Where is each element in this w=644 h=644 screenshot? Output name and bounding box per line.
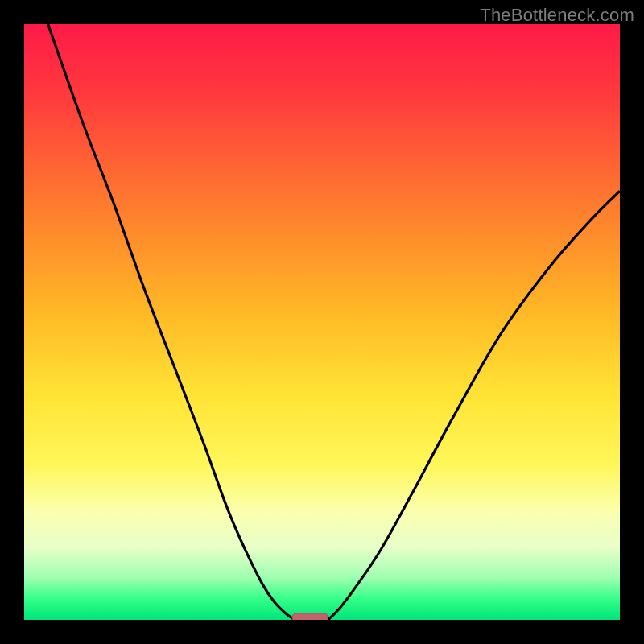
chart-svg bbox=[24, 24, 620, 620]
plot-area bbox=[24, 24, 620, 620]
attribution-text: TheBottleneck.com bbox=[480, 5, 634, 26]
gradient-background bbox=[24, 24, 620, 620]
optimum-marker bbox=[292, 613, 328, 620]
chart-container: TheBottleneck.com bbox=[0, 0, 644, 644]
